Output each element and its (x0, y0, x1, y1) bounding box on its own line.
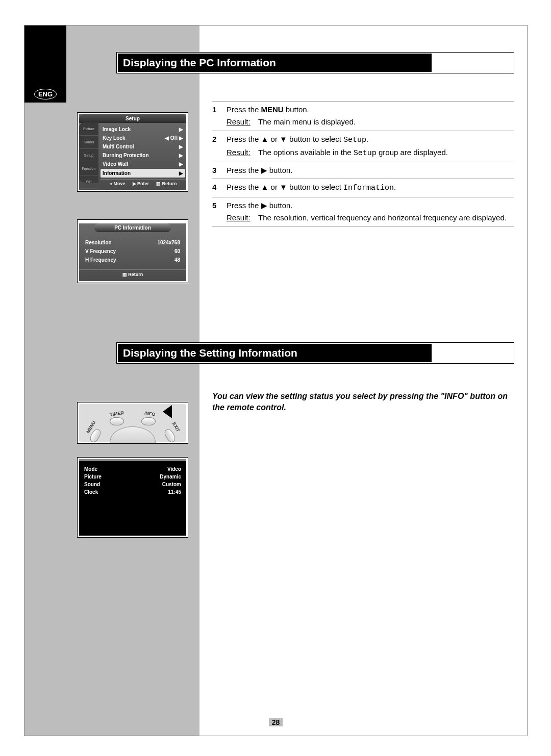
page-number: 28 (269, 718, 283, 726)
osd-tab-pip: PIP (79, 175, 98, 189)
osd-footer-return: ▥ Return (156, 181, 177, 186)
section2-title: Displaying the Setting Information (118, 344, 432, 362)
result-text: The resolution, vertical frequency and h… (258, 213, 507, 223)
osd-setup-screenshot: Setup Picture Sound Setup Function PIP I… (77, 112, 188, 192)
info-row: SoundCustom (84, 481, 181, 488)
osd-setup-rows: Image Lock▶ Key Lock◀ Off ▶ Multi Contro… (101, 123, 186, 179)
section1-title: Displaying the PC Information (118, 54, 432, 72)
step-1: 1 Press the MENU button. Result: The mai… (212, 101, 514, 131)
result-label: Result: (227, 213, 258, 223)
osd-pcinfo-row: Resolution1024x768 (85, 238, 180, 247)
osd-setup-row: Image Lock▶ (103, 125, 183, 134)
info-row: ModeVideo (84, 465, 181, 473)
osd-tab-setup: Setup (79, 149, 98, 162)
step-4: 4 Press the ▲ or ▼ button to select Info… (212, 179, 514, 196)
osd-setup-row-selected: Information▶ (101, 169, 185, 178)
section2-intro-block: You can view the setting status you sele… (212, 391, 514, 413)
section1-title-bar: Displaying the PC Information (116, 52, 514, 73)
osd-setup-row: Key Lock◀ Off ▶ (103, 134, 183, 142)
osd-tab-picture: Picture (79, 122, 98, 136)
osd-setup-row: Burning Protection▶ (103, 151, 183, 160)
remote-info-label: INFO (144, 411, 156, 417)
result-text: The options available in the Setup group… (258, 147, 448, 159)
info-row: Clock11:45 (84, 488, 181, 496)
osd-pcinfo-footer: ▥ Return (79, 269, 186, 279)
osd-side-tabs: Picture Sound Setup Function PIP (79, 122, 98, 183)
step-5: 5 Press the ▶ button. Result: The resolu… (212, 197, 514, 227)
step-2: 2 Press the ▲ or ▼ button to select Setu… (212, 131, 514, 162)
osd-pcinfo-row: V Frequency60 (85, 247, 180, 256)
section2-intro: You can view the setting status you sele… (212, 391, 514, 413)
section1-instructions: 1 Press the MENU button. Result: The mai… (212, 101, 514, 226)
language-badge: ENG (34, 89, 57, 99)
osd-footer-enter: ▶ Enter (133, 181, 149, 186)
remote-dpad (110, 426, 156, 444)
step-3: 3 Press the ▶ button. (212, 162, 514, 179)
result-text: The main menu is displayed. (258, 117, 356, 127)
language-block: ENG (24, 26, 66, 103)
remote-illustration: MENU TIMER INFO EXIT (77, 402, 188, 444)
osd-pcinfo-screenshot: PC Information Resolution1024x768 V Freq… (77, 219, 188, 283)
osd-pcinfo-title: PC Information (94, 223, 171, 232)
osd-setup-row: Multi Control▶ (103, 142, 183, 151)
osd-setup-footer: ♦ Move ▶ Enter ▥ Return (101, 179, 186, 188)
osd-footer-move: ♦ Move (110, 181, 125, 186)
result-label: Result: (227, 147, 258, 159)
remote-exit-label: EXIT (171, 421, 181, 433)
osd-setup-row: Video Wall▶ (103, 160, 183, 168)
osd-setup-title: Setup (79, 114, 186, 123)
osd-tab-sound: Sound (79, 136, 98, 149)
remote-timer-button (110, 417, 124, 425)
remote-info-button (141, 417, 156, 425)
info-row: PictureDynamic (84, 473, 181, 481)
result-label: Result: (227, 117, 258, 127)
osd-pcinfo-row: H Frequency48 (85, 256, 180, 264)
info-overlay-screenshot: ModeVideo PictureDynamic SoundCustom Clo… (77, 457, 188, 538)
info-arrow-icon (163, 405, 172, 418)
manual-page: ENG Displaying the PC Information Setup … (24, 25, 528, 736)
osd-pcinfo-rows: Resolution1024x768 V Frequency60 H Frequ… (79, 234, 186, 269)
remote-timer-label: TIMER (109, 410, 124, 417)
section2-title-bar: Displaying the Setting Information (116, 342, 514, 364)
osd-tab-function: Function (79, 162, 98, 175)
